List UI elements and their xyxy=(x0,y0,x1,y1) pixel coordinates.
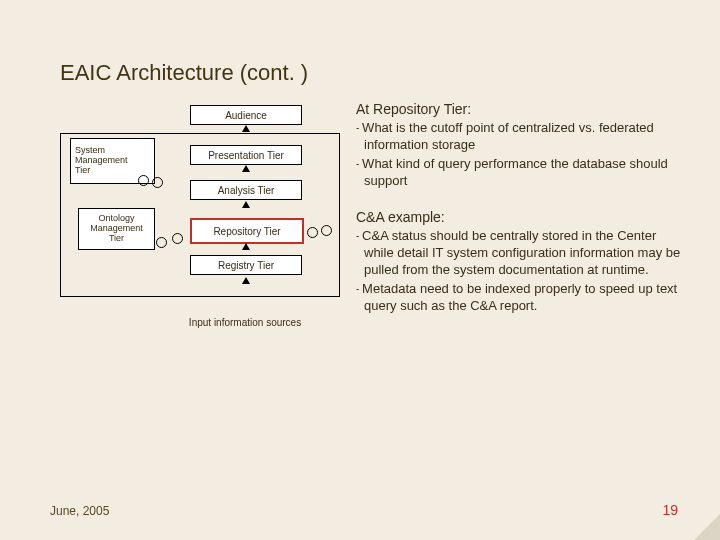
connector-circle-icon xyxy=(152,177,163,188)
bullet-text: C&A status should be centrally stored in… xyxy=(362,228,680,277)
section-block: C&A example: - C&A status should be cent… xyxy=(356,208,688,315)
ontology-management-tier-box: Ontology Management Tier xyxy=(78,208,155,250)
connector-circle-icon xyxy=(321,225,332,236)
architecture-diagram: Audience Presentation Tier Analysis Tier… xyxy=(60,105,340,365)
footer-date: June, 2005 xyxy=(50,504,109,518)
bullet: - Metadata need to be indexed properly t… xyxy=(356,281,688,315)
analysis-tier-box: Analysis Tier xyxy=(190,180,302,200)
presentation-tier-box: Presentation Tier xyxy=(190,145,302,165)
arrow-up-icon xyxy=(242,125,250,132)
input-information-sources-label: Input information sources xyxy=(180,308,310,336)
arrow-up-icon xyxy=(242,243,250,250)
bullet-text: What is the cutoff point of centralized … xyxy=(362,120,654,152)
connector-circle-icon xyxy=(172,233,183,244)
bullet: - What is the cutoff point of centralize… xyxy=(356,120,688,154)
right-text-block: At Repository Tier: - What is the cutoff… xyxy=(356,100,688,316)
bullet: - What kind of query performance the dat… xyxy=(356,156,688,190)
connector-circle-icon xyxy=(138,175,149,186)
arrow-up-icon xyxy=(242,165,250,172)
section-heading: At Repository Tier: xyxy=(356,100,688,118)
page-curl-icon xyxy=(694,514,720,540)
arrow-up-icon xyxy=(242,201,250,208)
arrow-up-icon xyxy=(242,277,250,284)
connector-circle-icon xyxy=(307,227,318,238)
bullet-text: Metadata need to be indexed properly to … xyxy=(362,281,677,313)
registry-tier-box: Registry Tier xyxy=(190,255,302,275)
text: Tier xyxy=(75,166,90,176)
section-heading: C&A example: xyxy=(356,208,688,226)
slide: EAIC Architecture (cont. ) Audience Pres… xyxy=(0,0,720,540)
repository-tier-box: Repository Tier xyxy=(190,218,304,244)
bullet-text: What kind of query performance the datab… xyxy=(362,156,668,188)
text: Tier xyxy=(109,234,124,244)
page-number: 19 xyxy=(662,502,678,518)
connector-circle-icon xyxy=(156,237,167,248)
slide-title: EAIC Architecture (cont. ) xyxy=(60,60,308,86)
bullet: - C&A status should be centrally stored … xyxy=(356,228,688,279)
audience-box: Audience xyxy=(190,105,302,125)
